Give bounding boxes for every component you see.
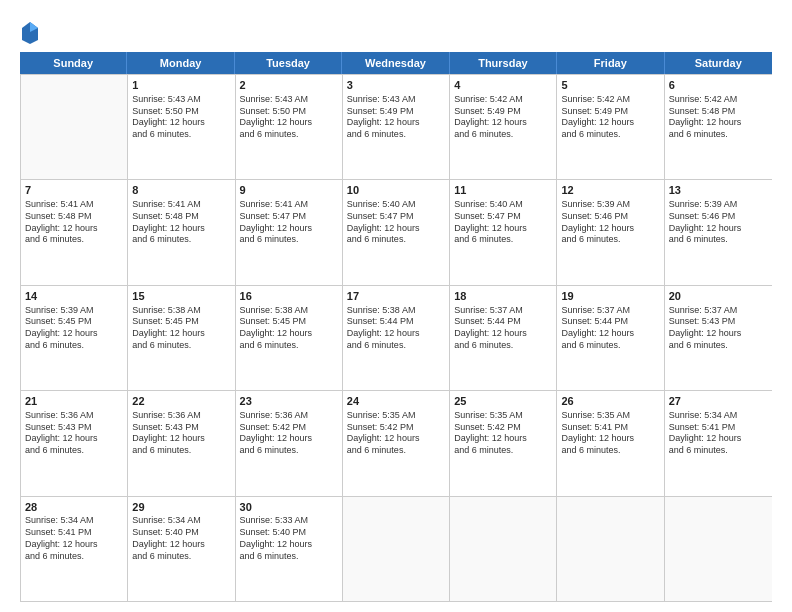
day-number: 29 <box>132 500 230 515</box>
calendar-cell: 18Sunrise: 5:37 AMSunset: 5:44 PMDayligh… <box>450 286 557 390</box>
header-day-monday: Monday <box>127 52 234 74</box>
cell-text: Daylight: 12 hours <box>669 223 768 235</box>
calendar-week-3: 14Sunrise: 5:39 AMSunset: 5:45 PMDayligh… <box>21 285 772 390</box>
calendar-cell: 7Sunrise: 5:41 AMSunset: 5:48 PMDaylight… <box>21 180 128 284</box>
calendar-cell <box>21 75 128 179</box>
page: SundayMondayTuesdayWednesdayThursdayFrid… <box>0 0 792 612</box>
day-number: 15 <box>132 289 230 304</box>
cell-text: Daylight: 12 hours <box>25 328 123 340</box>
cell-text: Sunrise: 5:34 AM <box>25 515 123 527</box>
calendar-cell: 1Sunrise: 5:43 AMSunset: 5:50 PMDaylight… <box>128 75 235 179</box>
cell-text: Sunset: 5:49 PM <box>454 106 552 118</box>
cell-text: Daylight: 12 hours <box>240 223 338 235</box>
calendar-cell: 13Sunrise: 5:39 AMSunset: 5:46 PMDayligh… <box>665 180 772 284</box>
cell-text: Sunset: 5:43 PM <box>132 422 230 434</box>
cell-text: and 6 minutes. <box>132 445 230 457</box>
cell-text: Daylight: 12 hours <box>347 433 445 445</box>
day-number: 27 <box>669 394 768 409</box>
cell-text: Sunset: 5:49 PM <box>347 106 445 118</box>
day-number: 30 <box>240 500 338 515</box>
cell-text: Sunrise: 5:33 AM <box>240 515 338 527</box>
cell-text: and 6 minutes. <box>240 445 338 457</box>
cell-text: and 6 minutes. <box>25 551 123 563</box>
cell-text: and 6 minutes. <box>561 340 659 352</box>
day-number: 12 <box>561 183 659 198</box>
day-number: 19 <box>561 289 659 304</box>
calendar-cell <box>450 497 557 601</box>
day-number: 10 <box>347 183 445 198</box>
cell-text: Sunset: 5:48 PM <box>669 106 768 118</box>
calendar-cell: 29Sunrise: 5:34 AMSunset: 5:40 PMDayligh… <box>128 497 235 601</box>
cell-text: Daylight: 12 hours <box>132 539 230 551</box>
day-number: 2 <box>240 78 338 93</box>
cell-text: Sunset: 5:46 PM <box>669 211 768 223</box>
calendar-cell: 19Sunrise: 5:37 AMSunset: 5:44 PMDayligh… <box>557 286 664 390</box>
cell-text: Sunrise: 5:38 AM <box>132 305 230 317</box>
cell-text: and 6 minutes. <box>347 340 445 352</box>
calendar-cell: 9Sunrise: 5:41 AMSunset: 5:47 PMDaylight… <box>236 180 343 284</box>
day-number: 3 <box>347 78 445 93</box>
calendar-cell: 5Sunrise: 5:42 AMSunset: 5:49 PMDaylight… <box>557 75 664 179</box>
cell-text: Sunset: 5:45 PM <box>240 316 338 328</box>
day-number: 28 <box>25 500 123 515</box>
cell-text: Daylight: 12 hours <box>240 117 338 129</box>
cell-text: Sunrise: 5:40 AM <box>454 199 552 211</box>
day-number: 7 <box>25 183 123 198</box>
cell-text: Sunset: 5:47 PM <box>240 211 338 223</box>
calendar-cell <box>343 497 450 601</box>
cell-text: Sunset: 5:42 PM <box>240 422 338 434</box>
calendar-cell: 11Sunrise: 5:40 AMSunset: 5:47 PMDayligh… <box>450 180 557 284</box>
day-number: 8 <box>132 183 230 198</box>
calendar-cell: 20Sunrise: 5:37 AMSunset: 5:43 PMDayligh… <box>665 286 772 390</box>
cell-text: and 6 minutes. <box>669 445 768 457</box>
cell-text: Sunset: 5:48 PM <box>25 211 123 223</box>
cell-text: Daylight: 12 hours <box>454 433 552 445</box>
day-number: 26 <box>561 394 659 409</box>
cell-text: and 6 minutes. <box>240 129 338 141</box>
cell-text: Daylight: 12 hours <box>561 117 659 129</box>
cell-text: and 6 minutes. <box>240 551 338 563</box>
cell-text: and 6 minutes. <box>25 340 123 352</box>
day-number: 9 <box>240 183 338 198</box>
cell-text: and 6 minutes. <box>240 234 338 246</box>
cell-text: Daylight: 12 hours <box>454 117 552 129</box>
cell-text: and 6 minutes. <box>561 445 659 457</box>
day-number: 22 <box>132 394 230 409</box>
header-day-thursday: Thursday <box>450 52 557 74</box>
logo <box>20 20 44 44</box>
calendar-cell: 14Sunrise: 5:39 AMSunset: 5:45 PMDayligh… <box>21 286 128 390</box>
calendar-cell: 8Sunrise: 5:41 AMSunset: 5:48 PMDaylight… <box>128 180 235 284</box>
header-day-wednesday: Wednesday <box>342 52 449 74</box>
cell-text: and 6 minutes. <box>240 340 338 352</box>
day-number: 1 <box>132 78 230 93</box>
cell-text: Sunrise: 5:37 AM <box>454 305 552 317</box>
header-day-tuesday: Tuesday <box>235 52 342 74</box>
cell-text: and 6 minutes. <box>347 129 445 141</box>
calendar-body: 1Sunrise: 5:43 AMSunset: 5:50 PMDaylight… <box>20 74 772 602</box>
cell-text: Sunset: 5:47 PM <box>454 211 552 223</box>
cell-text: Sunset: 5:49 PM <box>561 106 659 118</box>
calendar-week-2: 7Sunrise: 5:41 AMSunset: 5:48 PMDaylight… <box>21 179 772 284</box>
cell-text: Sunrise: 5:39 AM <box>561 199 659 211</box>
header <box>20 16 772 44</box>
cell-text: Daylight: 12 hours <box>454 328 552 340</box>
cell-text: and 6 minutes. <box>132 340 230 352</box>
cell-text: and 6 minutes. <box>454 340 552 352</box>
cell-text: Daylight: 12 hours <box>561 328 659 340</box>
calendar-header: SundayMondayTuesdayWednesdayThursdayFrid… <box>20 52 772 74</box>
cell-text: Sunset: 5:44 PM <box>561 316 659 328</box>
cell-text: and 6 minutes. <box>347 234 445 246</box>
cell-text: Sunset: 5:42 PM <box>454 422 552 434</box>
cell-text: Sunrise: 5:41 AM <box>25 199 123 211</box>
cell-text: Sunrise: 5:42 AM <box>454 94 552 106</box>
cell-text: Daylight: 12 hours <box>132 328 230 340</box>
calendar-cell: 21Sunrise: 5:36 AMSunset: 5:43 PMDayligh… <box>21 391 128 495</box>
cell-text: and 6 minutes. <box>25 445 123 457</box>
cell-text: Daylight: 12 hours <box>132 433 230 445</box>
day-number: 16 <box>240 289 338 304</box>
cell-text: Daylight: 12 hours <box>561 433 659 445</box>
cell-text: Sunrise: 5:34 AM <box>132 515 230 527</box>
cell-text: and 6 minutes. <box>454 234 552 246</box>
cell-text: Daylight: 12 hours <box>669 328 768 340</box>
cell-text: Sunset: 5:50 PM <box>240 106 338 118</box>
